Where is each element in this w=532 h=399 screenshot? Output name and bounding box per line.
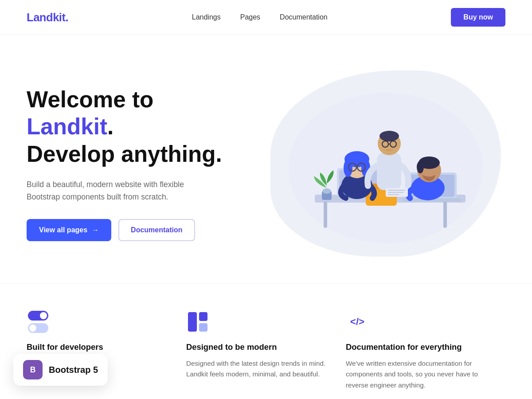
feature-icon-documentation: </> bbox=[346, 310, 369, 333]
bootstrap-icon: B bbox=[23, 360, 43, 379]
team-illustration bbox=[279, 79, 492, 248]
svg-point-22 bbox=[379, 131, 399, 141]
bootstrap-label: Bootstrap 5 bbox=[49, 365, 98, 375]
feature-icon-modern bbox=[186, 310, 209, 333]
nav-link-documentation[interactable]: Documentation bbox=[280, 13, 328, 21]
toggle-track-on bbox=[28, 311, 48, 321]
documentation-button[interactable]: Documentation bbox=[118, 219, 195, 241]
svg-rect-20 bbox=[377, 153, 401, 190]
feature-desc-documentation: We've written extensive documentation fo… bbox=[346, 358, 497, 391]
brand-logo[interactable]: Landkit. bbox=[27, 11, 68, 24]
hero-title-suffix: . bbox=[107, 114, 113, 139]
hero-section: Welcome to Landkit. Develop anything. Bu… bbox=[0, 35, 532, 283]
svg-rect-3 bbox=[443, 201, 447, 228]
nav-links: Landings Pages Documentation bbox=[192, 13, 328, 21]
nav-link-landings[interactable]: Landings bbox=[192, 13, 221, 21]
hero-text: Welcome to Landkit. Develop anything. Bu… bbox=[27, 86, 239, 242]
feature-icon-developers bbox=[27, 310, 50, 333]
arrow-icon: → bbox=[92, 226, 99, 234]
bootstrap-b-letter: B bbox=[30, 365, 36, 375]
hero-buttons: View all pages → Documentation bbox=[27, 219, 239, 241]
toggle-track-off bbox=[28, 323, 48, 333]
nav-item-landings[interactable]: Landings bbox=[192, 13, 221, 21]
layout-block-short1 bbox=[199, 312, 208, 321]
hero-title-accent: Landkit bbox=[27, 114, 107, 139]
feature-title-developers: Built for developers bbox=[27, 342, 177, 352]
hero-title-line2: Develop anything. bbox=[27, 141, 222, 167]
svg-point-31 bbox=[322, 188, 331, 194]
svg-point-29 bbox=[417, 161, 424, 173]
layout-block-short2 bbox=[199, 323, 208, 332]
feature-title-modern: Designed to be modern bbox=[186, 342, 337, 352]
feature-desc-modern: Designed with the latest design trends i… bbox=[186, 358, 337, 380]
nav-link-pages[interactable]: Pages bbox=[240, 13, 260, 21]
feature-documentation: </> Documentation for everything We've w… bbox=[346, 310, 505, 391]
hero-title: Welcome to Landkit. Develop anything. bbox=[27, 86, 239, 168]
layout-block-tall bbox=[188, 312, 197, 332]
nav-item-documentation[interactable]: Documentation bbox=[280, 13, 328, 21]
nav-item-pages[interactable]: Pages bbox=[240, 13, 260, 21]
hero-subtitle: Build a beautiful, modern website with f… bbox=[27, 178, 213, 203]
hero-illustration bbox=[266, 70, 505, 257]
code-tag-icon: </> bbox=[350, 316, 364, 328]
feature-modern: Designed to be modern Designed with the … bbox=[186, 310, 346, 391]
bootstrap-badge: B Bootstrap 5 bbox=[13, 354, 108, 386]
navbar: Landkit. Landings Pages Documentation Bu… bbox=[0, 0, 532, 35]
hero-title-prefix: Welcome to bbox=[27, 87, 153, 112]
svg-rect-2 bbox=[324, 201, 327, 228]
feature-title-documentation: Documentation for everything bbox=[346, 342, 497, 352]
hero-blob bbox=[270, 70, 501, 257]
toggle-icon bbox=[28, 311, 48, 333]
view-all-pages-button[interactable]: View all pages → bbox=[27, 219, 111, 241]
view-all-pages-label: View all pages bbox=[39, 226, 87, 234]
layout-icon bbox=[188, 312, 207, 332]
buy-now-button[interactable]: Buy now bbox=[451, 8, 505, 27]
code-open-bracket: </> bbox=[350, 316, 364, 328]
